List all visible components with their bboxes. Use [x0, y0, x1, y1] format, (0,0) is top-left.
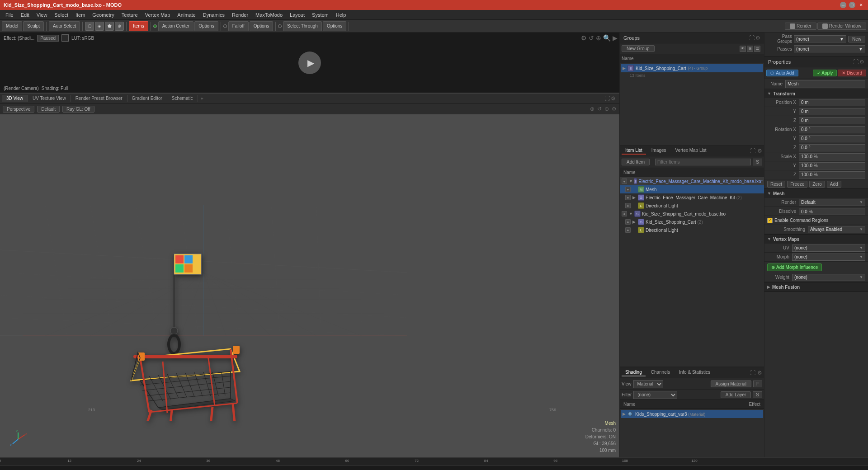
- menu-help[interactable]: Help: [332, 11, 350, 19]
- groups-settings-icon[interactable]: ⚙: [755, 35, 760, 41]
- preview-more-icon[interactable]: ▶: [613, 34, 618, 42]
- vp-more-icon[interactable]: ⚙: [612, 106, 617, 112]
- tab-3d-view[interactable]: 3D View: [2, 95, 28, 102]
- vis-eye[interactable]: ●: [622, 179, 627, 184]
- menu-edit[interactable]: Edit: [17, 11, 33, 19]
- preview-reset-icon[interactable]: ↺: [589, 34, 594, 42]
- options-button[interactable]: Options: [194, 21, 218, 31]
- tab-info-stats[interactable]: Info & Statistics: [675, 369, 714, 376]
- shading-s-button[interactable]: S: [753, 391, 762, 398]
- render-button[interactable]: Render: [785, 23, 816, 30]
- freeze-button[interactable]: Freeze: [787, 181, 807, 188]
- mode-icon-2[interactable]: ◈: [95, 22, 104, 31]
- view-select[interactable]: Material: [633, 380, 663, 388]
- filter-s-button[interactable]: S: [753, 159, 762, 165]
- render-dropdown[interactable]: Default ▼: [799, 199, 865, 206]
- assign-material-button[interactable]: Assign Material: [711, 381, 751, 387]
- vp-reset-icon[interactable]: ↺: [597, 106, 602, 112]
- falloff-button[interactable]: Falloff: [228, 21, 249, 31]
- menu-geometry[interactable]: Geometry: [89, 11, 118, 19]
- scale-y-value[interactable]: 100.0 %: [799, 162, 865, 169]
- tab-shading[interactable]: Shading: [622, 369, 646, 376]
- pos-z-value[interactable]: 0 m: [799, 117, 865, 124]
- menu-layout[interactable]: Layout: [286, 11, 308, 19]
- uv-dropdown[interactable]: (none) ▼: [792, 244, 865, 252]
- 3d-scene[interactable]: 213 756 X Y Z Mesh Channels: 0 Defor: [0, 114, 619, 457]
- minimize-button[interactable]: ─: [840, 2, 846, 8]
- action-center-button[interactable]: Action Center: [158, 21, 194, 31]
- props-settings-icon[interactable]: ⚙: [859, 59, 864, 65]
- menu-view[interactable]: View: [33, 11, 51, 19]
- shading-item[interactable]: ▶ Kids_Shopping_cart_var3 (Material): [621, 410, 763, 418]
- item-list-expand-icon[interactable]: ⛶: [750, 148, 755, 154]
- default-button[interactable]: Default: [37, 106, 60, 113]
- preview-settings-icon[interactable]: ⚙: [581, 34, 587, 42]
- model-button[interactable]: Model: [2, 21, 22, 31]
- options2-button[interactable]: Options: [250, 21, 273, 31]
- vis-eye-7[interactable]: ●: [625, 227, 631, 233]
- play-preview-button[interactable]: [298, 52, 321, 74]
- weight-dropdown[interactable]: (none) ▼: [792, 274, 865, 281]
- groups-icon-3[interactable]: ☰: [754, 46, 760, 52]
- menu-maxtomodo[interactable]: MaxToModo: [252, 11, 286, 19]
- items-button[interactable]: Items: [129, 21, 148, 31]
- item-row-light2[interactable]: ● L Directional Light: [620, 226, 764, 234]
- vis-eye-3[interactable]: ●: [625, 195, 631, 200]
- rot-z-value[interactable]: 0.0 °: [799, 144, 865, 151]
- vertex-maps-header[interactable]: ▼ Vertex Maps: [764, 235, 868, 244]
- groups-icon-2[interactable]: ⊞: [747, 46, 753, 52]
- menu-dynamics[interactable]: Dynamics: [199, 11, 228, 19]
- scale-z-value[interactable]: 100.0 %: [799, 171, 865, 179]
- tab-uv-texture[interactable]: UV Texture View: [28, 95, 71, 102]
- add-tab-button[interactable]: +: [198, 95, 206, 102]
- filter-items-input[interactable]: [655, 159, 751, 165]
- mesh-fusion-header[interactable]: ▶ Mesh Fusion: [764, 282, 868, 291]
- pos-x-value[interactable]: 0 m: [799, 99, 865, 106]
- select-through-button[interactable]: Select Through: [283, 21, 322, 31]
- reset-button[interactable]: Reset: [767, 181, 785, 188]
- new-pass-group-button[interactable]: New: [848, 36, 865, 42]
- enable-regions-checkbox[interactable]: ✓: [767, 218, 773, 223]
- new-group-button[interactable]: New Group: [622, 45, 655, 52]
- vis-eye-5[interactable]: ●: [622, 211, 627, 216]
- zero-button[interactable]: Zero: [809, 181, 825, 188]
- item-row-scene2[interactable]: ● ▼ S Kid_Size_Shopping_Cart_modo_base.l…: [620, 210, 764, 218]
- filter-select[interactable]: (none): [633, 391, 677, 399]
- pos-y-value[interactable]: 0 m: [799, 108, 865, 115]
- tab-gradient-editor[interactable]: Gradient Editor: [127, 95, 167, 102]
- vp-expand-icon[interactable]: ⛶: [604, 95, 610, 102]
- sculpt-button[interactable]: Sculpt: [23, 21, 44, 31]
- groups-icon-1[interactable]: 👁: [740, 46, 746, 52]
- preview-search-icon[interactable]: 🔍: [603, 34, 611, 42]
- group-item[interactable]: ▶ S Kid_Size_Shopping_Cart (4) · Group: [621, 64, 763, 72]
- add-item-button[interactable]: Add Item: [622, 159, 650, 165]
- item-row[interactable]: ● ▼ S Electric_Face_Massager_Care_Machin…: [620, 177, 764, 185]
- vp-orient-icon[interactable]: ⊕: [590, 106, 594, 112]
- mesh-section-header[interactable]: ▼ Mesh: [764, 189, 868, 198]
- morph-dropdown[interactable]: (none) ▼: [792, 254, 865, 261]
- menu-vertex-map[interactable]: Vertex Map: [142, 11, 174, 19]
- maximize-button[interactable]: □: [849, 2, 855, 8]
- tab-vertex-map-list[interactable]: Vertex Map List: [672, 147, 710, 155]
- rot-x-value[interactable]: 0.0 °: [799, 126, 865, 133]
- mode-icon-1[interactable]: ⬡: [85, 22, 94, 31]
- auto-select-button[interactable]: Auto Select: [49, 21, 80, 31]
- menu-system[interactable]: System: [308, 11, 332, 19]
- render-window-button[interactable]: Render Window: [817, 23, 866, 30]
- mode-icon-3[interactable]: ⬟: [105, 22, 114, 31]
- groups-expand-icon[interactable]: ⛶: [749, 35, 755, 41]
- menu-select[interactable]: Select: [51, 11, 72, 19]
- name-value[interactable]: Mesh: [785, 80, 865, 88]
- item-row-group1[interactable]: ● ▶ G Electric_Face_Massager_Care_Machin…: [620, 193, 764, 202]
- 3d-viewport[interactable]: Perspective Default Ray GL: Off ⊕ ↺ ⊙ ⚙: [0, 103, 619, 457]
- shading-f-button[interactable]: F: [753, 381, 762, 387]
- props-expand-icon[interactable]: ⛶: [853, 59, 859, 65]
- add-layer-button[interactable]: Add Layer: [721, 391, 751, 398]
- vis-eye-2[interactable]: ●: [625, 187, 631, 192]
- mode-icon-4[interactable]: ⊕: [115, 22, 124, 31]
- rot-y-value[interactable]: 0.0 °: [799, 135, 865, 142]
- apply-button[interactable]: ✓ Apply: [813, 70, 837, 76]
- item-list-settings-icon[interactable]: ⚙: [757, 148, 762, 154]
- transform-header[interactable]: ▼ Transform: [764, 89, 868, 98]
- tab-images[interactable]: Images: [648, 147, 670, 155]
